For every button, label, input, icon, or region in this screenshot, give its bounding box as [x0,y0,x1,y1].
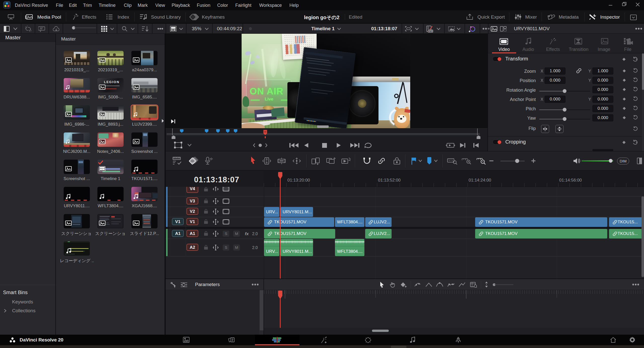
svg-text:PXY: PXY [428,30,433,32]
